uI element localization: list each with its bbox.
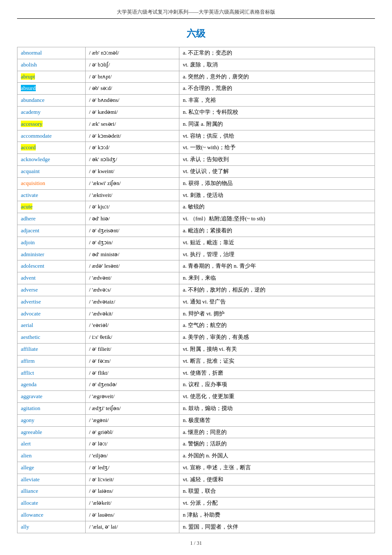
phonetic-cell: / ædʒi' teiʃən/ [86,402,179,414]
meaning-cell: vt. 附属，接纳 vi. 有关 [179,343,375,355]
table-row: aerial/ 'eəriəl/a. 空气的；航空的 [17,320,375,332]
table-row: alert/ ə' ləːt/a. 警惕的；活跃的 [17,438,375,450]
meaning-cell: a. 毗连的；紧接着的 [179,225,375,237]
word-cell: alliance [17,486,86,497]
word-cell: adjoin [17,237,86,249]
phonetic-cell: / əd' ministə/ [86,249,179,260]
word-text: alien [21,452,32,459]
phonetic-cell: / ə' brʌpt/ [86,71,179,83]
table-row: agenda/ ə' dʒendə/n. 议程，应办事项 [17,379,375,391]
header-title: 大学英语六级考试复习冲刺系列——大学英语六级高频词汇表格音标版 [117,9,275,15]
word-text: aggravate [21,393,43,399]
phonetic-cell: / ə' ledʒ/ [86,462,179,474]
table-row: agitation/ ædʒi' teiʃən/n. 鼓动，煽动；搅动 [17,402,375,414]
meaning-cell: n. 辩护者 vt. 拥护 [179,308,375,320]
meaning-cell: n. 极度痛苦 [179,414,375,426]
word-text: affiliate [21,346,38,352]
table-row: alliance/ ə' laiəns/n. 联盟，联合 [17,486,375,497]
word-text: adhere [21,215,36,222]
phonetic-cell: / 'ægəni/ [86,414,179,426]
meaning-cell: vt. 刺激，使活动 [179,189,375,201]
word-text: abolish [21,61,37,68]
table-row: allowance/ ə' lauəns/n 津贴，补助费 [17,509,375,521]
phonetic-cell: / ə' dʒeisənt/ [86,225,179,237]
table-row: alien/ 'eiljən/a. 外国的 n. 外国人 [17,450,375,462]
word-text: abnormal [21,49,42,56]
meaning-cell: vt. 执行，管理，治理 [179,249,375,260]
word-cell: abolish [17,59,86,71]
word-text: adverse [21,286,38,293]
phonetic-cell: / ə' kweint/ [86,165,179,177]
phonetic-cell: / 'ægrəveit/ [86,391,179,403]
phonetic-cell: / ə' kɔmədeit/ [86,130,179,142]
phonetic-cell: / ə' griəbl/ [86,426,179,438]
word-cell: abrupt [17,71,86,83]
meaning-cell: a. 突然的，意外的，唐突的 [179,71,375,83]
word-cell: acknowledge [17,154,86,166]
word-cell: adhere [17,213,86,225]
meaning-cell: n. 丰富，充裕 [179,95,375,107]
table-row: accommodate/ ə' kɔmədeit/vt. 容纳；供应，供给 [17,130,375,142]
word-text: advocate [21,310,40,317]
meaning-cell: n. 同谋 a. 附属的 [179,118,375,130]
vocab-table: abnormal/ æb' nɔːməl/a. 不正常的；变态的abolish/… [17,47,375,533]
word-text: allowance [21,512,43,518]
meaning-cell: vt. 减轻，使缓和 [179,474,375,486]
phonetic-cell: / 'ækwi' ziʃən/ [86,177,179,189]
word-text: accommodate [21,133,52,139]
meaning-cell: a. 青春期的，青年的 n. 青少年 [179,260,375,272]
table-row: adolescent/ ædə' lesənt/a. 青春期的，青年的 n. 青… [17,260,375,272]
meaning-cell: n. 鼓动，煽动；搅动 [179,402,375,414]
meaning-cell: n 津贴，补助费 [179,509,375,521]
word-cell: alleviate [17,474,86,486]
page-title: 六级 [17,27,375,40]
word-cell: alert [17,438,86,450]
phonetic-cell: / əd' hiə/ [86,213,179,225]
word-cell: accessory [17,118,86,130]
table-row: agony/ 'ægəni/n. 极度痛苦 [17,414,375,426]
meaning-cell: n. 获得，添加的物品 [179,177,375,189]
meaning-cell: a. 不合理的，荒唐的 [179,83,375,95]
phonetic-cell: / 'ædvəkit/ [86,308,179,320]
phonetic-cell: / 'æləkeit/ [86,497,179,509]
word-text: acquisition [21,180,45,186]
phonetic-cell: / ædə' lesənt/ [86,260,179,272]
table-row: abolish/ ə' bɔliʃ/vt. 废除，取消 [17,59,375,71]
phonetic-cell: / æb' nɔːməl/ [86,47,179,59]
word-cell: abundance [17,95,86,107]
word-cell: advent [17,272,86,284]
meaning-cell: vt. 使痛苦，折磨 [179,367,375,379]
word-text: administer [21,251,44,257]
word-text: abrupt [21,73,35,80]
table-row: acute/ ə' kjuːt/a. 敏锐的 [17,201,375,213]
meaning-cell: a. 敏锐的 [179,201,375,213]
word-cell: agreeable [17,426,86,438]
meaning-cell: a. 外国的 n. 外国人 [179,450,375,462]
phonetic-cell: / ə' ləːt/ [86,438,179,450]
table-row: acquisition/ 'ækwi' ziʃən/n. 获得，添加的物品 [17,177,375,189]
word-text: absurd [21,85,36,91]
word-text: alert [21,440,31,447]
word-text: abundance [21,97,45,103]
phonetic-cell: / ə' bɔliʃ/ [86,59,179,71]
word-cell: ally [17,521,86,533]
word-cell: administer [17,249,86,260]
table-row: adjacent/ ə' dʒeisənt/a. 毗连的；紧接着的 [17,225,375,237]
table-row: abundance/ ə' bʌndəns/n. 丰富，充裕 [17,95,375,107]
word-cell: agony [17,414,86,426]
table-row: agreeable/ ə' griəbl/a. 惬意的；同意的 [17,426,375,438]
word-cell: academy [17,106,86,118]
table-row: abnormal/ æb' nɔːməl/a. 不正常的；变态的 [17,47,375,59]
table-row: academy/ ə' kædəmi/n. 私立中学；专科院校 [17,106,375,118]
phonetic-cell: / ə' liːvieit/ [86,474,179,486]
page-number: 1 / 31 [190,540,202,546]
meaning-cell: vt. 使恶化，使更加重 [179,391,375,403]
table-row: afflict/ ə' flikt/vt. 使痛苦，折磨 [17,367,375,379]
word-text: acute [21,203,32,210]
word-cell: adverse [17,284,86,296]
phonetic-cell: / ə' dʒɔin/ [86,237,179,249]
table-row: ally/ 'ælai, ə' lai/n. 盟国，同盟者，伙伴 [17,521,375,533]
meaning-cell: n. 来到，来临 [179,272,375,284]
table-row: affiliate/ ə' filieit/vt. 附属，接纳 vi. 有关 [17,343,375,355]
meaning-cell: vt. 分派，分配 [179,497,375,509]
